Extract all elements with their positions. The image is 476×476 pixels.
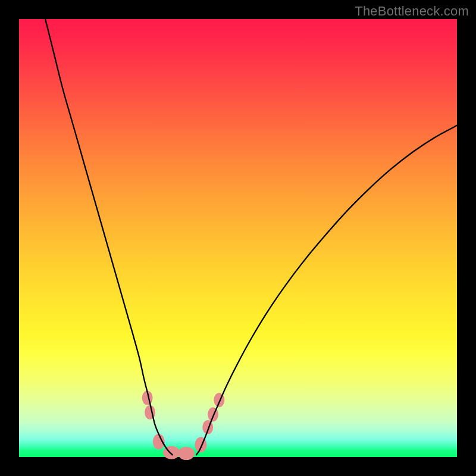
curves-svg [19,19,457,457]
marker-dot [178,447,195,460]
watermark-text: TheBottleneck.com [355,4,469,19]
right-curve [196,126,457,455]
chart-frame: TheBottleneck.com [0,0,476,476]
left-curve [45,19,172,455]
plot-area [19,19,457,457]
marker-layer [142,391,225,460]
